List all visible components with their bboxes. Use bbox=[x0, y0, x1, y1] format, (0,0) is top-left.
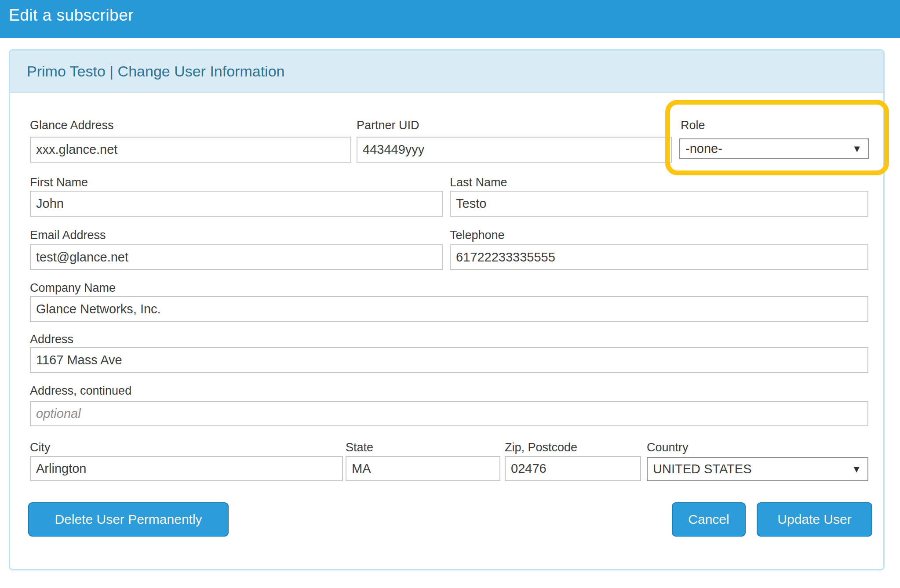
email-field: Email Address bbox=[30, 228, 443, 242]
glance-address-label: Glance Address bbox=[30, 118, 351, 132]
city-field: City bbox=[30, 440, 343, 454]
country-select[interactable]: UNITED STATES ▼ bbox=[647, 457, 868, 481]
glance-address-input[interactable] bbox=[30, 137, 351, 163]
dropdown-caret-icon: ▼ bbox=[852, 144, 862, 154]
address-continued-input[interactable] bbox=[30, 401, 868, 426]
country-label: Country bbox=[647, 440, 868, 454]
telephone-input[interactable] bbox=[450, 244, 868, 270]
email-label: Email Address bbox=[30, 228, 443, 242]
address-input[interactable] bbox=[30, 347, 868, 373]
company-name-field: Company Name bbox=[30, 281, 868, 295]
last-name-field: Last Name bbox=[450, 175, 868, 189]
partner-uid-input[interactable] bbox=[357, 137, 672, 163]
email-input[interactable] bbox=[30, 244, 443, 270]
address-field: Address bbox=[30, 332, 868, 346]
country-field: Country UNITED STATES ▼ bbox=[647, 440, 868, 454]
zip-label: Zip, Postcode bbox=[505, 440, 641, 454]
cancel-button[interactable]: Cancel bbox=[672, 502, 746, 537]
state-input[interactable] bbox=[346, 456, 500, 481]
dropdown-caret-icon: ▼ bbox=[852, 465, 861, 474]
telephone-field: Telephone bbox=[450, 228, 868, 242]
role-label: Role bbox=[681, 118, 869, 132]
change-user-information-panel: Primo Testo | Change User Information Gl… bbox=[9, 49, 885, 570]
state-label: State bbox=[346, 440, 500, 454]
telephone-label: Telephone bbox=[450, 228, 868, 242]
partner-uid-field: Partner UID bbox=[357, 118, 672, 132]
city-input[interactable] bbox=[30, 456, 343, 481]
first-name-field: First Name bbox=[30, 175, 443, 189]
delete-user-button[interactable]: Delete User Permanently bbox=[28, 502, 229, 537]
role-field: Role -none- ▼ bbox=[679, 118, 869, 132]
update-user-button[interactable]: Update User bbox=[757, 502, 872, 537]
address-label: Address bbox=[30, 332, 868, 346]
top-bar: Edit a subscriber bbox=[0, 0, 900, 38]
panel-header: Primo Testo | Change User Information bbox=[10, 51, 883, 93]
role-select[interactable]: -none- ▼ bbox=[679, 138, 869, 159]
company-name-label: Company Name bbox=[30, 281, 868, 295]
company-name-input[interactable] bbox=[30, 296, 868, 322]
address-continued-field: Address, continued bbox=[30, 384, 868, 398]
city-label: City bbox=[30, 440, 343, 454]
last-name-label: Last Name bbox=[450, 175, 868, 189]
state-field: State bbox=[346, 440, 500, 454]
last-name-input[interactable] bbox=[450, 191, 868, 217]
first-name-label: First Name bbox=[30, 175, 443, 189]
glance-address-field: Glance Address bbox=[30, 118, 351, 132]
country-select-value: UNITED STATES bbox=[653, 462, 752, 476]
panel-title: Primo Testo | Change User Information bbox=[27, 63, 284, 80]
role-select-value: -none- bbox=[685, 142, 722, 156]
page-title: Edit a subscriber bbox=[9, 6, 134, 25]
zip-field: Zip, Postcode bbox=[505, 440, 641, 454]
partner-uid-label: Partner UID bbox=[357, 118, 672, 132]
edit-subscriber-screen: Edit a subscriber Primo Testo | Change U… bbox=[0, 0, 900, 588]
address-continued-label: Address, continued bbox=[30, 384, 868, 398]
zip-input[interactable] bbox=[505, 456, 641, 481]
first-name-input[interactable] bbox=[30, 191, 443, 217]
